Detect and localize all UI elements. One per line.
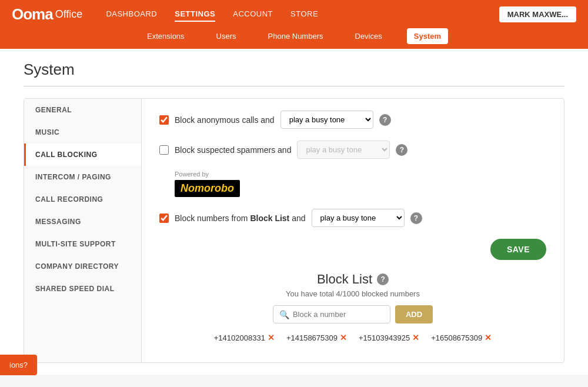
nomorobo-badge: Nomorobo xyxy=(175,180,240,197)
anonymous-calls-select[interactable]: play a busy tone play a message forward … xyxy=(280,111,373,129)
content-area: Block anonymous calls and play a busy to… xyxy=(142,99,564,362)
sub-nav: Extensions Users Phone Numbers Devices S… xyxy=(0,28,588,49)
nav-links: DASHBOARD SETTINGS ACCOUNT STORE xyxy=(106,7,499,22)
block-list-title-help-icon[interactable]: ? xyxy=(377,273,389,285)
top-nav: Ooma Office DASHBOARD SETTINGS ACCOUNT S… xyxy=(0,0,588,28)
logo-office: Office xyxy=(55,8,83,21)
sidebar-item-speed-dial[interactable]: SHARED SPEED DIAL xyxy=(24,278,141,300)
block-list-input-row: 🔍 ADD xyxy=(159,305,546,323)
logo-ooma: Ooma xyxy=(12,5,53,24)
subnav-users[interactable]: Users xyxy=(209,28,243,44)
subnav-system[interactable]: System xyxy=(407,28,448,44)
sidebar-item-general[interactable]: GENERAL xyxy=(24,99,141,121)
block-list-label: Block numbers from Block List and xyxy=(175,213,306,223)
sidebar-item-intercom[interactable]: INTERCOM / PAGING xyxy=(24,166,141,188)
remove-number-2[interactable]: ✕ xyxy=(340,333,347,342)
block-list-select[interactable]: play a busy tone play a message forward … xyxy=(312,209,405,227)
spammer-calls-checkbox[interactable] xyxy=(159,145,169,155)
save-button[interactable]: SAVE xyxy=(490,239,546,260)
blocking-row-3: Block numbers from Block List and play a… xyxy=(159,209,546,227)
sidebar-item-call-recording[interactable]: CALL RECORDING xyxy=(24,188,141,211)
blocked-number-3: +15103943925 ✕ xyxy=(359,333,419,342)
anonymous-calls-label: Block anonymous calls and xyxy=(175,115,275,125)
nav-account[interactable]: ACCOUNT xyxy=(233,7,273,22)
blocking-row-2: Block suspected spammers and play a busy… xyxy=(159,141,546,159)
block-list-help-icon[interactable]: ? xyxy=(410,212,422,224)
blocked-number-2: +14158675309 ✕ xyxy=(286,333,347,342)
nomorobo-section: Powered by Nomorobo xyxy=(175,171,546,197)
main-layout: GENERAL MUSIC CALL BLOCKING INTERCOM / P… xyxy=(24,98,564,363)
bottom-left-button[interactable]: ions? xyxy=(0,355,37,375)
blocked-numbers-row: +14102008331 ✕ +14158675309 ✕ +151039439… xyxy=(159,333,546,342)
subnav-devices[interactable]: Devices xyxy=(348,28,389,44)
page-divider xyxy=(24,86,564,86)
block-list-section: Block List ? You have total 4/1000 block… xyxy=(159,272,546,342)
block-input-wrapper: 🔍 xyxy=(273,305,390,323)
sidebar-item-messaging[interactable]: MESSAGING xyxy=(24,211,141,233)
nav-store[interactable]: STORE xyxy=(290,7,318,22)
remove-number-4[interactable]: ✕ xyxy=(485,333,492,342)
logo: Ooma Office xyxy=(12,5,82,24)
anonymous-calls-help-icon[interactable]: ? xyxy=(379,114,391,126)
block-list-checkbox[interactable] xyxy=(159,213,169,223)
nav-dashboard[interactable]: DASHBOARD xyxy=(106,7,157,22)
remove-number-3[interactable]: ✕ xyxy=(412,333,419,342)
anonymous-calls-checkbox[interactable] xyxy=(159,115,169,125)
sidebar-item-music[interactable]: MUSIC xyxy=(24,121,141,144)
subnav-extensions[interactable]: Extensions xyxy=(140,28,192,44)
sidebar-item-multi-site[interactable]: MULTI-SITE SUPPORT xyxy=(24,233,141,255)
sidebar-item-company-directory[interactable]: COMPANY DIRECTORY xyxy=(24,255,141,278)
blocked-number-1: +14102008331 ✕ xyxy=(214,333,275,342)
spammer-calls-help-icon[interactable]: ? xyxy=(396,144,407,156)
block-number-input[interactable] xyxy=(293,306,375,323)
remove-number-1[interactable]: ✕ xyxy=(268,333,275,342)
nav-settings[interactable]: SETTINGS xyxy=(175,7,215,22)
user-badge[interactable]: MARK MAXWE... xyxy=(499,6,576,22)
spammer-calls-select[interactable]: play a busy tone play a message forward … xyxy=(297,141,390,159)
page-title: System xyxy=(24,61,564,79)
blocked-number-4: +16508675309 ✕ xyxy=(431,333,492,342)
add-button[interactable]: ADD xyxy=(395,305,433,323)
sidebar-item-call-blocking[interactable]: CALL BLOCKING xyxy=(24,144,141,166)
blocking-row-1: Block anonymous calls and play a busy to… xyxy=(159,111,546,129)
page-content: System GENERAL MUSIC CALL BLOCKING INTER… xyxy=(0,49,588,375)
subnav-phone-numbers[interactable]: Phone Numbers xyxy=(261,28,330,44)
spammer-calls-label: Block suspected spammers and xyxy=(175,145,291,155)
block-list-subtitle: You have total 4/1000 blocked numbers xyxy=(159,289,546,298)
sidebar: GENERAL MUSIC CALL BLOCKING INTERCOM / P… xyxy=(24,99,142,362)
block-list-title: Block List ? xyxy=(317,272,389,287)
search-icon: 🔍 xyxy=(279,310,289,319)
powered-by-label: Powered by xyxy=(175,171,546,178)
save-section: SAVE xyxy=(159,239,546,260)
